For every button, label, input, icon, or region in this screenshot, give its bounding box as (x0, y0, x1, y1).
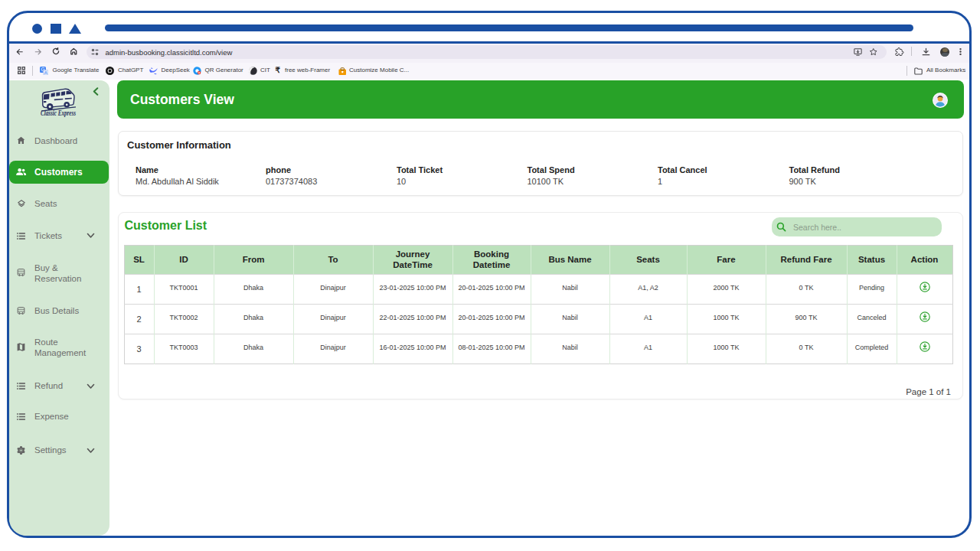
svg-text:A: A (44, 70, 47, 75)
svg-text:Classic Express: Classic Express (41, 109, 76, 117)
